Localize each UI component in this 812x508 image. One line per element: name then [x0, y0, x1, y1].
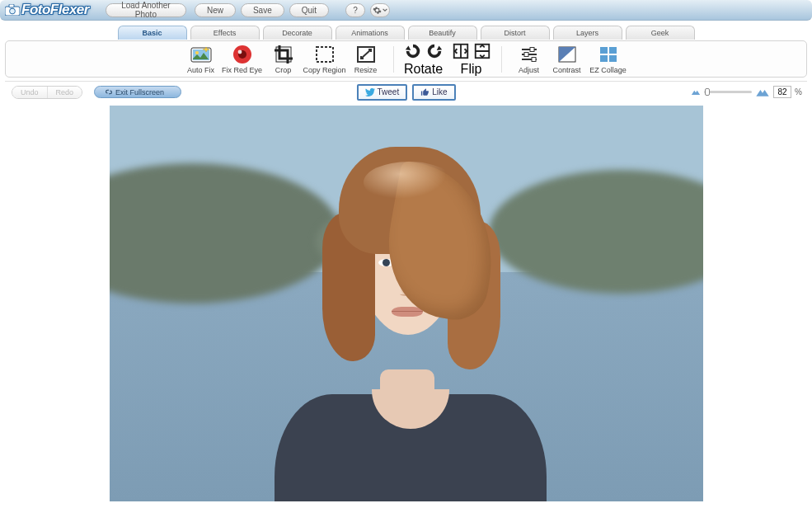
tool-rotate[interactable]: Rotate	[404, 42, 444, 77]
collage-icon	[597, 45, 620, 64]
tab-beautify[interactable]: Beautify	[408, 26, 477, 40]
crop-icon	[272, 45, 295, 64]
tab-decorate[interactable]: Decorate	[263, 26, 332, 40]
tool-flip[interactable]: Flip	[452, 42, 491, 77]
app-logo: FotoFlexer	[5, 2, 89, 18]
rotate-left-icon	[404, 42, 422, 60]
zoom-control: %	[691, 86, 802, 98]
svg-rect-10	[317, 47, 333, 62]
tool-resize[interactable]: Resize	[349, 45, 383, 74]
zoom-value-input[interactable]	[773, 86, 791, 98]
save-button[interactable]: Save	[241, 3, 284, 17]
rotate-right-icon	[425, 42, 444, 60]
tool-contrast[interactable]: Contrast	[550, 45, 584, 74]
top-bar: FotoFlexer Load Another Photo New Save Q…	[0, 0, 812, 21]
tool-label: Adjust	[519, 66, 539, 74]
tool-label: Auto Fix	[187, 66, 214, 74]
tab-effects[interactable]: Effects	[190, 26, 260, 40]
autofix-icon	[190, 45, 213, 64]
svg-point-8	[237, 49, 242, 54]
canvas-area	[5, 106, 807, 508]
portrait-shirt	[275, 394, 547, 501]
tab-animations[interactable]: Animations	[336, 26, 405, 40]
svg-rect-18	[524, 52, 528, 56]
exit-fullscreen-button[interactable]: Exit Fullscreen	[94, 86, 181, 98]
tool-label: Flip	[461, 62, 482, 77]
new-button[interactable]: New	[195, 3, 236, 17]
tool-ezcollage[interactable]: EZ Collage	[588, 45, 629, 74]
zoom-in-icon[interactable]	[755, 87, 770, 97]
tool-label: Contrast	[552, 66, 580, 74]
copyregion-icon	[313, 45, 336, 64]
tab-basic[interactable]: Basic	[118, 26, 187, 40]
tweet-label: Tweet	[377, 87, 399, 96]
help-button[interactable]: ?	[345, 3, 365, 17]
tweet-button[interactable]: Tweet	[356, 84, 407, 101]
zoom-thumb[interactable]	[705, 88, 710, 96]
tab-label: Layers	[576, 29, 598, 37]
tab-bar: Basic Effects Decorate Animations Beauti…	[0, 26, 812, 40]
secondary-bar: Undo Redo Exit Fullscreen Tweet Like %	[5, 81, 807, 99]
like-button[interactable]: Like	[412, 84, 455, 101]
svg-rect-23	[600, 55, 608, 62]
camera-icon	[5, 4, 20, 16]
tab-layers[interactable]: Layers	[553, 26, 622, 40]
tool-label: Rotate	[404, 62, 443, 77]
tool-label: Resize	[354, 66, 378, 74]
svg-rect-19	[532, 57, 536, 61]
bg-hill	[110, 163, 340, 303]
tab-label: Effects	[214, 29, 236, 37]
tool-label: Fix Red Eye	[222, 66, 262, 74]
svg-point-5	[195, 51, 199, 54]
undo-redo-group: Undo Redo	[12, 86, 82, 99]
redo-button[interactable]: Redo	[47, 87, 82, 98]
twitter-icon	[364, 88, 374, 96]
quit-button[interactable]: Quit	[289, 3, 329, 17]
tool-panel: Auto Fix Fix Red Eye Crop Copy Region Re…	[5, 40, 807, 78]
tool-crop[interactable]: Crop	[266, 45, 301, 74]
tab-geek[interactable]: Geek	[626, 26, 695, 40]
zoom-slider[interactable]	[704, 91, 752, 93]
help-icon: ?	[353, 6, 358, 15]
photo[interactable]	[110, 106, 703, 501]
tool-autofix[interactable]: Auto Fix	[184, 45, 218, 74]
like-label: Like	[432, 87, 447, 96]
flip-v-icon	[473, 42, 491, 60]
tab-label: Animations	[351, 29, 388, 37]
portrait-hair	[322, 147, 495, 361]
tool-copyregion[interactable]: Copy Region	[304, 45, 345, 74]
tool-label: EZ Collage	[589, 66, 627, 74]
chevron-down-icon	[383, 7, 387, 12]
tab-distort[interactable]: Distort	[481, 26, 550, 40]
resize-icon	[354, 45, 378, 64]
svg-rect-24	[609, 55, 617, 62]
gear-icon	[373, 6, 382, 15]
bg-hill	[489, 170, 703, 294]
separator	[501, 46, 502, 73]
tool-redeye[interactable]: Fix Red Eye	[222, 45, 263, 74]
app-name: FotoFlexer	[21, 2, 89, 18]
svg-point-2	[10, 8, 16, 14]
tab-label: Beautify	[429, 29, 456, 37]
thumbs-up-icon	[420, 87, 429, 96]
tab-label: Geek	[651, 29, 669, 37]
tab-label: Decorate	[282, 29, 312, 37]
tab-label: Distort	[504, 29, 525, 37]
social-buttons: Tweet Like	[356, 84, 455, 101]
exit-fullscreen-label: Exit Fullscreen	[115, 88, 164, 96]
tool-label: Crop	[275, 66, 292, 74]
tool-adjust[interactable]: Adjust	[512, 45, 547, 74]
separator	[393, 46, 394, 73]
redeye-icon	[231, 45, 254, 64]
svg-rect-22	[609, 47, 617, 54]
undo-button[interactable]: Undo	[12, 87, 47, 98]
flip-h-icon	[452, 42, 470, 60]
svg-rect-21	[600, 47, 608, 54]
zoom-out-icon[interactable]	[691, 88, 701, 96]
svg-rect-17	[530, 47, 534, 51]
settings-button[interactable]	[370, 3, 390, 17]
tab-label: Basic	[142, 29, 162, 37]
contrast-icon	[556, 45, 579, 64]
chain-icon	[105, 88, 113, 96]
load-photo-button[interactable]: Load Another Photo	[106, 3, 186, 17]
